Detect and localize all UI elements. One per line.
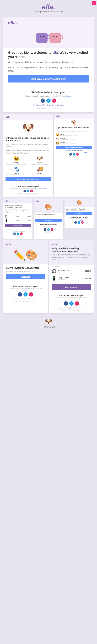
rci-left-2: 📱 Google Pixel 4 Google Pixel 4 <box>52 276 69 281</box>
rf-ig[interactable]: i <box>75 301 79 306</box>
cart-icon-2: 📱 <box>5 219 8 222</box>
fb-icon-sm[interactable]: f <box>24 190 26 192</box>
mini-cta-button[interactable]: Start Creating Awwwesome Stuff <box>56 146 92 149</box>
large-cta-btn[interactable]: Get Started <box>6 274 45 279</box>
lf-tw[interactable]: t <box>24 292 28 296</box>
card2-logo: ella. <box>6 116 51 119</box>
col2-illustration: 🎨 <box>36 202 62 212</box>
product-sub-4: We deliver on time, always promise <box>28 174 51 176</box>
mini-tw-icon[interactable]: t <box>73 153 75 156</box>
card2-cta-button[interactable]: Start Creating Awwwesome Stuff <box>6 177 51 181</box>
twitter-icon[interactable]: t <box>46 98 50 103</box>
lf-fb[interactable]: f <box>18 292 22 296</box>
rci-price-2: $200.00 <box>85 278 91 279</box>
pink-eye-left <box>53 36 54 37</box>
col2-contact: help@ella.com <box>36 232 62 233</box>
invited-header: 🎨 <box>64 198 94 207</box>
col1-fb[interactable]: f <box>13 232 16 235</box>
mini-feedback-title: We'd love to hear from you! <box>56 150 92 152</box>
col2-cta[interactable]: Get Started <box>36 219 62 222</box>
right-large-header: ella. Molly, you left something comforta… <box>49 240 94 265</box>
col2-social: f t i <box>36 228 62 231</box>
right-large-title: Molly, you left something comfortable in… <box>52 247 91 252</box>
lf-survey[interactable]: survey <box>24 289 28 291</box>
col2-survey[interactable]: survey <box>48 226 52 228</box>
survey-link[interactable]: survey. <box>68 95 73 97</box>
mini-social-icons: f t i <box>56 153 92 156</box>
large-card-sub: You're invited to join ella. whiteboard. <box>6 270 45 272</box>
body-text-1: We seriously couldn't happier that you'r… <box>8 60 89 64</box>
rci-sub-2: Google Pixel 4 <box>58 278 69 280</box>
mini-ig-icon[interactable]: i <box>76 153 79 156</box>
mini-survey-link[interactable]: survey <box>84 152 87 152</box>
card2-left: ella. 🐶 Hi there, we are please to have … <box>3 114 53 197</box>
mini-contact: help@ella.com <box>56 157 92 158</box>
card2-right-body: 🐕 Hi there, we are please to have you as… <box>54 119 94 160</box>
card2-feedback-sub: Help us improve by sharing your feedback… <box>5 188 52 189</box>
cta-start-button[interactable]: Start Creating Awwwesome Stuff <box>8 76 89 82</box>
col2-tw[interactable]: t <box>47 228 50 231</box>
page-subtitle: 12 Responsive Email Templates <box>0 10 97 13</box>
rf-fb[interactable]: f <box>64 301 68 306</box>
product-item-1: 😺 Marthy Find quickly amazing cat photos <box>6 156 28 165</box>
if-tw[interactable]: t <box>78 221 80 224</box>
pink-mug <box>50 33 61 43</box>
mugs-illustration: ~ ~ ~ <box>8 28 89 46</box>
card2-right: ella. 🐕 Hi there, we are please to have … <box>54 114 94 197</box>
survey-link-2[interactable]: survey <box>42 188 46 189</box>
col1-tw[interactable]: t <box>17 232 19 235</box>
ig-icon-sm[interactable]: i <box>30 190 33 192</box>
rf-survey[interactable]: survey <box>69 298 74 300</box>
pink-mug-handle <box>61 35 63 39</box>
mini-user-name-3: Foodeny <box>60 142 76 143</box>
footer-contact: help@ella.com | 1(800) 23-90-87 <box>8 108 89 109</box>
rf-contact: help@ella.com | 1(800) 23-90-87 <box>52 310 91 312</box>
feedback-title: We'd love to hear from you! <box>8 91 89 94</box>
pink-mug-eyes <box>52 36 58 37</box>
col2-fb[interactable]: f <box>44 228 46 231</box>
invited-illus: 🎨 <box>66 200 92 205</box>
col1-feedback-title: We'd love to hear from you! <box>5 229 31 231</box>
card2-footer: Copyright © 2021 ella. All Rights Reserv… <box>5 193 52 194</box>
card2-text2: We can't wait to see you create, and I'm… <box>6 149 51 154</box>
if-social: f t i <box>67 221 91 224</box>
email-card-welcome: ella. ~ ~ ~ <box>3 17 94 112</box>
facebook-icon[interactable]: f <box>40 98 45 103</box>
large-logo: ella. <box>6 242 45 246</box>
cart-price-2: $24.00 <box>28 220 31 221</box>
view-cart-large-btn[interactable]: View your cart <box>52 284 91 290</box>
cart-name-1: Item <box>16 216 19 217</box>
tw-icon-sm[interactable]: t <box>27 190 30 192</box>
lf-ig[interactable]: i <box>29 292 33 296</box>
if-survey[interactable]: survey <box>80 219 83 220</box>
instagram-icon[interactable]: i <box>52 98 56 103</box>
product-name-3: Foodeny <box>6 172 28 174</box>
product-grid: 😺 Marthy Find quickly amazing cat photos… <box>6 156 51 176</box>
large-card-header: ella. ✏️🎨 <box>3 240 48 264</box>
brand-name: ella. <box>52 51 59 54</box>
mini-avatar-1: 😺 <box>56 133 60 136</box>
mini-user-2: 🐶 PawPax You can you dog favorites here <box>56 137 92 141</box>
abandoned-cart-small: ella. Molly, you left something comforta… <box>3 198 32 238</box>
col2-ig[interactable]: i <box>50 228 53 231</box>
invited-cta-btn[interactable]: Get Started <box>66 212 92 215</box>
product-emoji-1: 😺 <box>6 156 28 162</box>
large-illus: ✏️🎨 <box>6 248 45 262</box>
product-name-4: Delivery <box>28 172 51 174</box>
purple-mug <box>36 33 48 43</box>
large-feedback: We'd love to hear from you! Help us impr… <box>3 283 48 304</box>
cart-item-1: 🎧 Item $12.00 <box>5 214 31 218</box>
col1-ig[interactable]: i <box>20 232 23 235</box>
mini-user-1: 😺 Marthy Find quickly amazing cat photos <box>56 133 92 136</box>
rf-tw[interactable]: t <box>69 301 74 306</box>
mini-fb-icon[interactable]: f <box>69 153 72 156</box>
thank-dog-emoji: 🐶 <box>0 318 97 325</box>
cart-price-1: $12.00 <box>28 216 31 217</box>
right-cart-item-2: 📱 Google Pixel 4 Google Pixel 4 $200.00 <box>52 275 91 282</box>
col1-logo: ella. <box>5 200 31 202</box>
if-fb[interactable]: f <box>74 221 77 224</box>
large-card-title: You're invited to collaborate! <box>6 266 45 269</box>
view-cart-btn-small[interactable]: View your cart <box>5 224 31 227</box>
if-ig[interactable]: i <box>81 221 84 224</box>
lf-social: f t i <box>6 292 45 296</box>
